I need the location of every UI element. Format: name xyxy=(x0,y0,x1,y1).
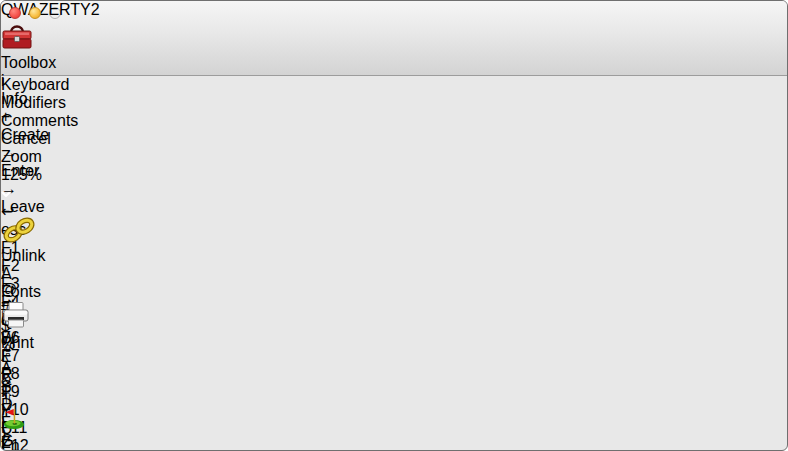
toolbar-item-leave: → Leave xyxy=(1,180,787,216)
traffic-lights xyxy=(9,7,61,19)
shift-row: ⇧ZXCVBNM<>?⇧ xyxy=(1,389,787,437)
app-window: QWAZERTY2 Toolbox i Info xyxy=(0,0,788,451)
toolbar-item-fonts[interactable]: A Fonts xyxy=(1,265,787,301)
titlebar[interactable]: QWAZERTY2 xyxy=(1,1,787,23)
leave-icon: → xyxy=(1,180,787,198)
toolbox-icon xyxy=(1,23,787,54)
toolbar-item-unlink[interactable]: Unlink xyxy=(1,216,787,265)
toolbar-item-toolbox[interactable]: Toolbox xyxy=(1,23,787,72)
close-button[interactable] xyxy=(9,7,21,19)
toolbar-item-print[interactable]: Print xyxy=(1,301,787,352)
key-shift-left[interactable]: ⇧ xyxy=(1,389,787,408)
zoom-button[interactable] xyxy=(49,7,61,19)
window-title: QWAZERTY2 xyxy=(1,1,787,19)
bottom-row: Fn^⌥⌘⌘⌥⇡⇠⇣⇢ xyxy=(1,437,787,451)
enter-icon: → xyxy=(1,144,787,162)
toolbar-item-enter[interactable]: → Enter xyxy=(1,144,787,180)
toolbar: Toolbox i Info + Create → Enter → Leave xyxy=(1,23,787,352)
toolbar-item-info[interactable]: i Info xyxy=(1,72,787,108)
info-icon: i xyxy=(1,72,787,90)
toolbar-item-create[interactable]: + Create xyxy=(1,108,787,144)
key-golf-flag[interactable] xyxy=(1,408,787,434)
print-icon xyxy=(1,301,787,334)
key-a[interactable]: A xyxy=(1,360,787,378)
create-icon: + xyxy=(1,108,787,126)
golf-flag-icon xyxy=(1,408,27,430)
window-chrome: QWAZERTY2 Toolbox i Info xyxy=(1,1,787,76)
minimize-button[interactable] xyxy=(29,7,41,19)
fonts-icon: A xyxy=(1,265,12,282)
unlink-icon xyxy=(1,216,787,247)
key-fn[interactable]: Fn xyxy=(1,437,787,451)
